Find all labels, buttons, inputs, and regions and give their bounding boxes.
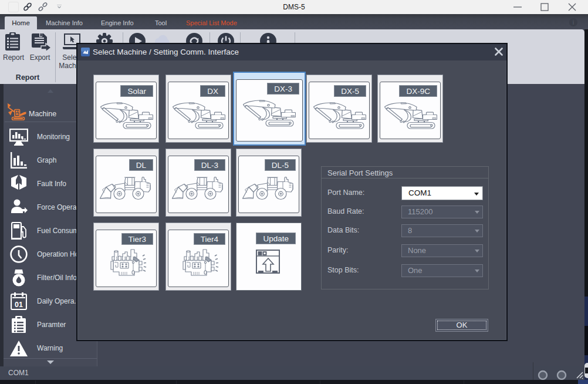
svg-text:i: i bbox=[573, 19, 574, 26]
svg-text:01: 01 bbox=[15, 301, 23, 309]
